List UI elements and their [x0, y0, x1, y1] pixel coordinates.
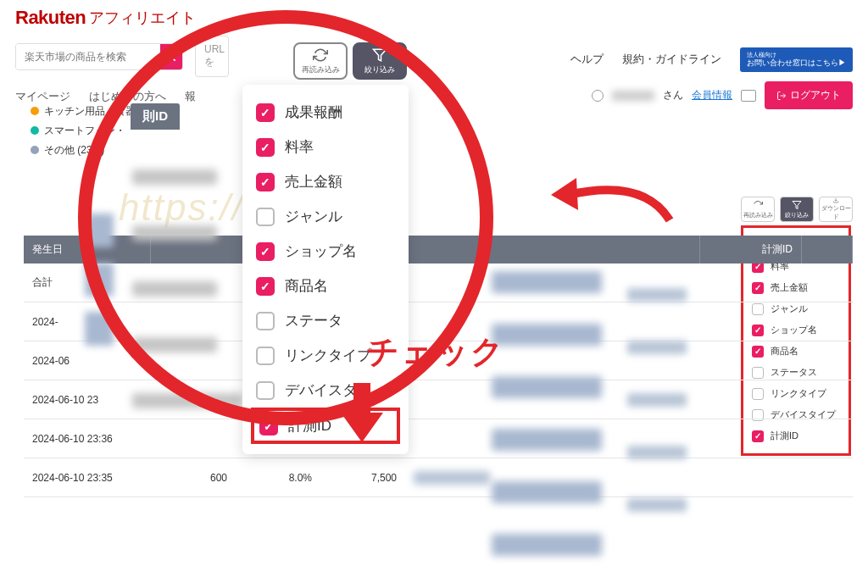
svg-line-1	[173, 58, 175, 60]
reload-button-small[interactable]: 再読み込み	[741, 197, 775, 222]
user-san: さん	[663, 88, 683, 103]
th-measurement-id[interactable]: 計測ID	[700, 236, 802, 263]
logo-sub: アフィリエイト	[89, 8, 196, 28]
filter-label: ジャンル	[285, 207, 342, 226]
td-n2: 8.0%	[236, 465, 320, 491]
checkbox-icon	[256, 103, 275, 122]
table-toolbar-large: 再読み込み 絞り込み	[293, 42, 407, 80]
mail-icon[interactable]	[741, 90, 756, 102]
logo-brand: Rakuten	[15, 7, 86, 29]
svg-marker-3	[793, 201, 801, 208]
filter-label: ステータ	[285, 311, 342, 330]
filter-label: ショップ名	[285, 241, 357, 261]
username-blurred	[612, 91, 654, 101]
checkbox-icon	[259, 417, 278, 435]
contact-line1: 法人様向け	[747, 51, 846, 58]
filter-icon	[372, 47, 387, 63]
svg-marker-4	[341, 383, 383, 442]
category-legend: キッチン用品・食器・ スマートフォン・ その他 (23%)	[31, 102, 146, 159]
help-link[interactable]: ヘルプ	[570, 52, 604, 67]
td-date: 2024-06-10 23:35	[24, 465, 151, 491]
filter-label: 絞り込み	[364, 64, 395, 75]
td-n3: 7,500	[320, 465, 405, 491]
blurred-column	[85, 214, 114, 361]
blurred-column	[492, 271, 602, 586]
dot-icon	[31, 126, 39, 135]
column-header-id: 則ID	[131, 103, 180, 130]
contact-banner[interactable]: 法人様向け お問い合わせ窓口はこちら▶	[740, 47, 853, 72]
reload-icon	[313, 47, 328, 63]
filter-option-large-2[interactable]: 売上金額	[254, 164, 397, 199]
reload-label: 再読み込み	[302, 64, 340, 75]
nav-report[interactable]: 報	[185, 89, 196, 104]
checkbox-icon	[256, 138, 275, 157]
annotation-arrow-curve	[542, 169, 678, 237]
filter-option-large-1[interactable]: 料率	[254, 130, 397, 164]
user-row: さん 会員情報 ログアウト	[592, 81, 853, 109]
svg-point-0	[167, 52, 174, 58]
search-input[interactable]	[16, 44, 160, 69]
filter-label: 商品名	[285, 276, 328, 296]
search-icon	[165, 51, 177, 63]
filter-button-small[interactable]: 絞り込み	[780, 197, 814, 222]
filter-option-large-3[interactable]: ジャンル	[254, 199, 397, 234]
cat-label: スマートフォン・	[44, 121, 125, 141]
table-toolbar-small: 再読み込み 絞り込み ダウンロード	[741, 197, 853, 222]
member-info-link[interactable]: 会員情報	[692, 88, 732, 103]
filter-label: 料率	[285, 137, 314, 157]
checkbox-icon	[256, 312, 275, 330]
dot-icon	[31, 146, 39, 154]
checkbox-icon	[256, 208, 275, 226]
url-input[interactable]: URLを	[195, 36, 229, 77]
checkbox-icon	[256, 173, 275, 191]
top-links: ヘルプ 規約・ガイドライン 法人様向け お問い合わせ窓口はこちら▶	[570, 47, 853, 72]
terms-link[interactable]: 規約・ガイドライン	[622, 52, 721, 67]
reload-icon	[753, 200, 763, 210]
svg-marker-5	[551, 178, 578, 210]
cat-label: その他 (23%)	[44, 141, 104, 160]
annotation-check-label: チェック	[366, 330, 505, 374]
filter-label: リンクタイプ	[285, 346, 371, 365]
dot-icon	[31, 107, 39, 115]
filter-label: 計測ID	[288, 416, 331, 435]
table-row: 2024-06-10 23:356008.0%7,500	[24, 458, 853, 497]
download-icon	[831, 197, 841, 203]
filter-label: 成果報酬	[285, 103, 342, 122]
filter-option-large-4[interactable]: ショップ名	[254, 234, 397, 269]
checkbox-icon	[256, 381, 275, 400]
logout-icon	[776, 91, 787, 101]
reload-button[interactable]: 再読み込み	[293, 42, 348, 80]
filter-option-large-5[interactable]: 商品名	[254, 269, 397, 303]
product-search	[15, 43, 183, 70]
checkbox-icon	[256, 347, 275, 365]
filter-panel-large: 成果報酬料率売上金額ジャンルショップ名商品名ステータリンクタイプデバイスタ計測I…	[242, 85, 409, 454]
cat-item-1: スマートフォン・	[31, 121, 146, 141]
logout-label: ログアウト	[790, 88, 841, 103]
search-button[interactable]	[160, 44, 182, 69]
logout-button[interactable]: ログアウト	[765, 81, 853, 109]
checkbox-icon	[256, 242, 275, 261]
cat-item-2: その他 (23%)	[31, 141, 146, 160]
td-n1: 600	[151, 465, 236, 491]
svg-marker-2	[374, 49, 387, 61]
filter-icon	[792, 200, 802, 210]
filter-option-large-0[interactable]: 成果報酬	[254, 95, 397, 130]
blurred-column	[132, 169, 242, 449]
blurred-column	[627, 288, 687, 551]
logo: Rakuten アフィリエイト	[15, 7, 853, 29]
cat-item-0: キッチン用品・食器・	[31, 102, 146, 121]
filter-label: 売上金額	[285, 172, 342, 191]
annotation-arrow-down	[341, 383, 383, 442]
download-button[interactable]: ダウンロード	[819, 197, 853, 222]
filter-button[interactable]: 絞り込み	[353, 42, 407, 80]
contact-line2: お問い合わせ窓口はこちら▶	[747, 58, 846, 67]
user-icon	[592, 90, 604, 102]
checkbox-icon	[256, 277, 275, 296]
